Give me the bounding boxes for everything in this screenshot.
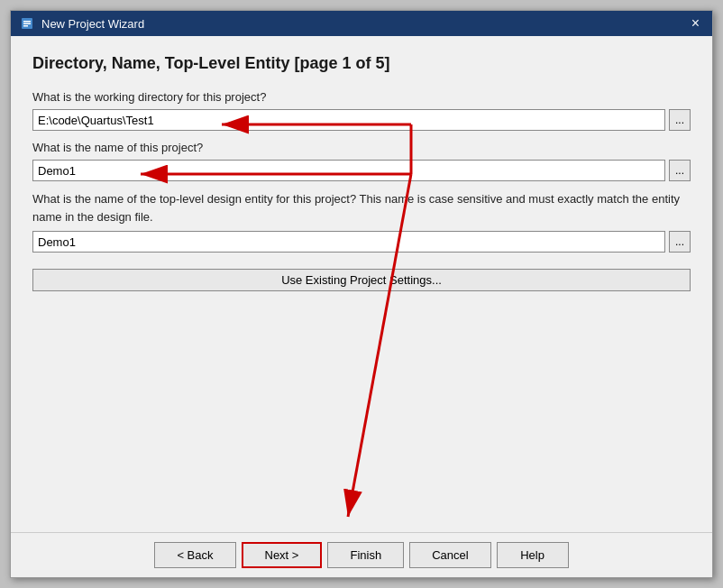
finish-button[interactable]: Finish [327,542,404,568]
cancel-button[interactable]: Cancel [409,542,490,568]
working-dir-label: What is the working directory for this p… [32,89,691,106]
working-dir-input-row: ... [32,109,691,131]
top-level-browse-button[interactable]: ... [669,231,691,253]
working-dir-input[interactable] [32,109,665,131]
annotation-area [32,291,691,521]
new-project-wizard-dialog: New Project Wizard × Directory, Name, To… [10,10,713,578]
use-existing-button[interactable]: Use Existing Project Settings... [32,269,691,291]
help-button[interactable]: Help [497,542,569,568]
svg-rect-1 [23,21,31,23]
top-level-description: What is the name of the top-level design… [32,190,691,225]
project-name-section: What is the name of this project? ... [32,140,691,181]
project-name-label: What is the name of this project? [32,140,691,156]
project-name-input[interactable] [32,160,665,181]
wizard-icon [20,16,34,31]
back-button[interactable]: < Back [154,542,235,568]
top-level-input-row: ... [32,231,691,253]
svg-rect-2 [23,23,31,25]
top-level-section: What is the name of the top-level design… [32,190,691,253]
top-level-input[interactable] [32,231,665,253]
title-bar: New Project Wizard × [11,11,712,36]
project-name-browse-button[interactable]: ... [669,160,691,181]
project-name-input-row: ... [32,160,691,181]
dialog-body: Directory, Name, Top-Level Entity [page … [11,36,712,532]
page-title: Directory, Name, Top-Level Entity [page … [32,54,691,73]
title-bar-left: New Project Wizard [20,16,144,31]
dialog-footer: < Back Next > Finish Cancel Help [11,532,712,577]
working-dir-section: What is the working directory for this p… [32,89,691,131]
svg-rect-3 [23,25,28,27]
dialog-title: New Project Wizard [41,17,144,31]
next-button[interactable]: Next > [242,542,323,568]
close-button[interactable]: × [688,16,703,31]
working-dir-browse-button[interactable]: ... [669,109,691,131]
